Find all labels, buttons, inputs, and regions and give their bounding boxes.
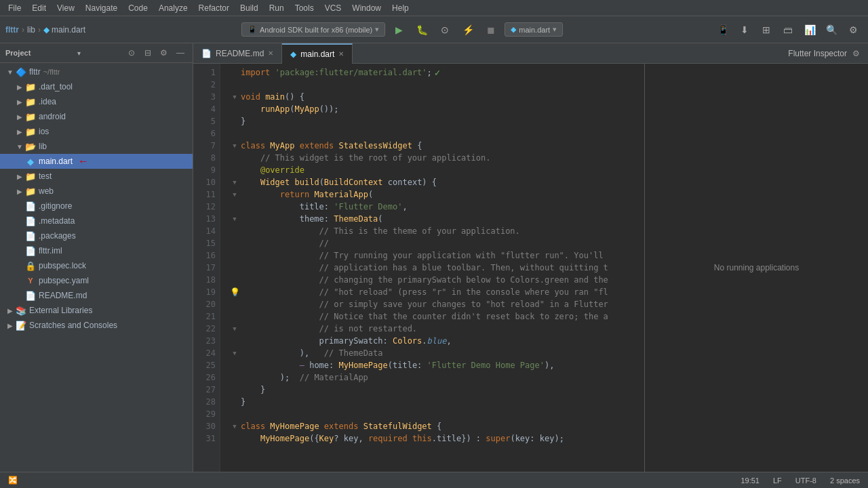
code-line-8: // This widget is the root of your appli… [229, 152, 644, 164]
sidebar-icon-locate[interactable]: ⊙ [125, 46, 138, 60]
toolbar-right: 📱 ⬇ ⊞ 🗃 📊 🔍 ⚙ [713, 20, 863, 39]
tree-item-ios[interactable]: ▶ 📁 ios [0, 124, 193, 139]
tree-arrow-web[interactable]: ▶ [15, 188, 24, 195]
tree-arrow-dart-tool[interactable]: ▶ [15, 83, 24, 91]
menu-help[interactable]: Help [387, 2, 414, 14]
code-line-27: } [229, 384, 644, 396]
tree-item-test[interactable]: ▶ 📁 test [0, 169, 193, 184]
breadcrumb-lib[interactable]: lib [27, 25, 35, 35]
run-button[interactable]: ▶ [389, 20, 408, 39]
breadcrumb-project[interactable]: flttr [5, 25, 19, 35]
tree-arrow-test[interactable]: ▶ [15, 173, 24, 180]
tree-item-scratches[interactable]: ▶ 📝 Scratches and Consoles [0, 318, 193, 333]
tree-arrow-flttr[interactable]: ▼ [5, 68, 15, 76]
settings-button[interactable]: ⚙ [844, 20, 863, 39]
breadcrumb-file[interactable]: ◆main.dart [43, 25, 85, 35]
tree-item-gitignore[interactable]: 📄 .gitignore [0, 199, 193, 214]
main-dart-tab-close[interactable]: ✕ [338, 50, 344, 58]
code-line-23: primarySwatch: Colors.blue, [229, 335, 644, 347]
menu-vcs[interactable]: VCS [319, 2, 347, 14]
yaml-file-icon: Y [24, 277, 37, 285]
sidebar-header: Project ▾ ⊙ ⊟ ⚙ — [0, 43, 193, 63]
status-charset[interactable]: UTF-8 [793, 476, 819, 485]
code-content[interactable]: import 'package:flutter/material.dart'; … [220, 64, 644, 472]
tree-item-lib[interactable]: ▼ 📂 lib [0, 139, 193, 154]
inspector-settings-icon[interactable]: ⚙ [852, 49, 860, 58]
sidebar-icon-close[interactable]: — [174, 46, 187, 60]
code-editor[interactable]: 1 2 3 4 5 6 7 8 9 10 11 12 13 14 15 16 1 [193, 64, 644, 472]
no-apps-text: No running applications [714, 263, 799, 272]
readme-tab-icon: 📄 [201, 49, 212, 58]
menu-window[interactable]: Window [347, 2, 387, 14]
search-button[interactable]: 🔍 [822, 20, 841, 39]
sidebar-icon-settings[interactable]: ⚙ [157, 46, 171, 60]
menu-build[interactable]: Build [235, 2, 264, 14]
menu-code[interactable]: Code [123, 2, 153, 14]
tree-item-android[interactable]: ▶ 📁 android [0, 109, 193, 124]
profiler-button[interactable]: 📊 [800, 20, 819, 39]
status-indent[interactable]: 2 spaces [827, 476, 863, 485]
tree-arrow-idea[interactable]: ▶ [15, 98, 24, 106]
menu-run[interactable]: Run [264, 2, 290, 14]
sidebar-icon-collapse[interactable]: ⊟ [141, 46, 155, 60]
folder-icon-test: 📁 [24, 171, 37, 182]
profile-button[interactable]: ⚡ [458, 20, 477, 39]
scratches-icon: 📝 [15, 321, 27, 331]
device-selector[interactable]: 📱 Android SDK built for x86 (mobile) ▾ [241, 22, 385, 37]
tree-item-web[interactable]: ▶ 📁 web [0, 184, 193, 199]
tree-label-pubspec-yaml: pubspec.yaml [39, 276, 89, 285]
tree-arrow-external[interactable]: ▶ [5, 307, 15, 314]
tree-item-dart-tool[interactable]: ▶ 📁 .dart_tool [0, 79, 193, 94]
tree-label-idea: .idea [39, 97, 56, 106]
menu-refactor[interactable]: Refactor [193, 2, 235, 14]
code-line-6 [229, 127, 644, 140]
readme-tab-label: README.md [216, 49, 264, 58]
vcs-icon: 🔀 [8, 476, 18, 485]
menu-analyze[interactable]: Analyze [153, 2, 193, 14]
device-manager-button[interactable]: 📱 [713, 20, 732, 39]
menu-file[interactable]: File [3, 2, 26, 14]
tree-item-flttr-iml[interactable]: 📄 flttr.iml [0, 243, 193, 258]
tree-item-pubspec-lock[interactable]: 🔒 pubspec.lock [0, 258, 193, 273]
readme-tab-close[interactable]: ✕ [268, 49, 273, 57]
tree-item-packages[interactable]: 📄 .packages [0, 228, 193, 243]
run-config-selector[interactable]: ◆ main.dart ▾ [505, 22, 563, 37]
code-line-26: ); // MaterialApp [229, 371, 644, 384]
tree-arrow-scratches[interactable]: ▶ [5, 322, 15, 329]
run-config-icon: ◆ [511, 25, 516, 34]
bulb-icon[interactable]: 💡 [230, 286, 240, 298]
tab-readme[interactable]: 📄 README.md ✕ [193, 43, 282, 64]
code-line-22: ▼ // is not restarted. [229, 323, 644, 335]
metadata-file-icon: 📄 [24, 216, 37, 226]
tree-item-readme[interactable]: 📄 README.md [0, 288, 193, 303]
tree-arrow-ios[interactable]: ▶ [15, 128, 24, 136]
sidebar-title: Project [5, 49, 31, 57]
tree-item-main-dart[interactable]: ◆ main.dart ← [0, 154, 193, 169]
status-vcs[interactable]: 🔀 [5, 476, 20, 485]
stop-button[interactable]: ◼ [481, 20, 500, 39]
code-line-31: MyHomePage({Key? key, required this.titl… [229, 432, 644, 445]
tree-arrow-lib[interactable]: ▼ [15, 143, 24, 150]
tree-item-pubspec-yaml[interactable]: Y pubspec.yaml [0, 273, 193, 288]
layout-inspector-button[interactable]: ⊞ [757, 20, 776, 39]
tree-item-metadata[interactable]: 📄 .metadata [0, 214, 193, 228]
inspector-panel: No running applications [644, 64, 868, 472]
tree-item-external-libraries[interactable]: ▶ 📚 External Libraries [0, 303, 193, 318]
sdk-manager-button[interactable]: ⬇ [735, 20, 754, 39]
menu-view[interactable]: View [52, 2, 80, 14]
tree-item-idea[interactable]: ▶ 📁 .idea [0, 94, 193, 109]
tab-main-dart[interactable]: ◆ main.dart ✕ [282, 43, 353, 64]
tree-item-flttr[interactable]: ▼ 🔷 flttr ~/flttr [0, 64, 193, 79]
status-lf[interactable]: LF [770, 476, 785, 485]
tree-arrow-android[interactable]: ▶ [15, 113, 24, 121]
tree-label-gitignore: .gitignore [39, 201, 72, 211]
code-line-2 [229, 79, 644, 91]
debug-button[interactable]: 🐛 [412, 20, 431, 39]
status-time[interactable]: 19:51 [738, 476, 762, 485]
db-inspector-button[interactable]: 🗃 [778, 20, 797, 39]
coverage-button[interactable]: ⊙ [435, 20, 454, 39]
menu-tools[interactable]: Tools [290, 2, 319, 14]
folder-icon-android: 📁 [24, 112, 37, 122]
menu-edit[interactable]: Edit [26, 2, 52, 14]
menu-navigate[interactable]: Navigate [80, 2, 123, 14]
